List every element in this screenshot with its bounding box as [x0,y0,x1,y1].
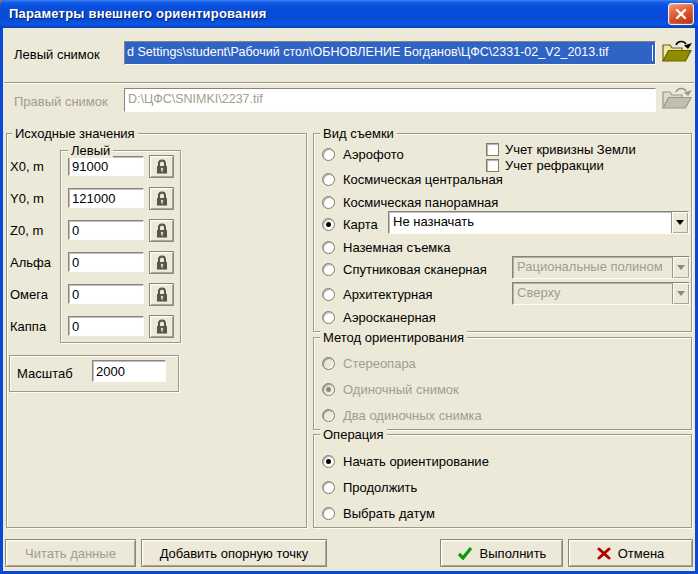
combobox-value: Рациональные полином [513,257,672,278]
kappa-lock-button[interactable] [149,315,174,338]
checkbox-earth-curvature[interactable]: Учет кривизны Земли [486,142,636,156]
radio-label: Два одиночных снимка [343,408,482,423]
radio-icon [322,311,335,324]
radio-architectural[interactable]: Архитектурная [322,287,433,302]
x0-label: X0, m [10,159,44,174]
button-label: Отмена [618,546,665,561]
radio-label: Спутниковая сканерная [343,262,487,277]
combobox-value: Не назначать [389,212,671,233]
read-data-button-disabled: Читать данные [5,539,136,567]
lock-icon [156,159,168,174]
checkbox-icon [486,159,499,172]
radio-aeroscanner[interactable]: Аэросканерная [322,310,436,325]
radio-label: Выбрать датум [343,506,435,521]
z0-lock-button[interactable] [149,219,174,242]
y0-lock-button[interactable] [149,187,174,210]
kappa-label: Каппа [10,319,46,334]
z0-input[interactable] [68,220,144,240]
text-caret [652,45,653,61]
dialog-window: Параметры внешнего ориентирования Левый … [0,0,698,574]
radio-label: Одиночный снимок [343,382,459,397]
radio-label: Космическая центральная [343,172,503,187]
radio-label: Аэросканерная [343,310,436,325]
radio-icon [322,288,335,301]
radio-icon [322,357,335,370]
radio-stereopair-disabled: Стереопара [322,356,416,371]
button-label: Выполнить [480,546,547,561]
left-image-input[interactable]: d Settings\student\Рабочий стол\ОБНОВЛЕН… [124,41,656,65]
chevron-down-icon [671,212,688,233]
group-survey-type-label: Вид съемки [320,126,397,141]
x-icon [597,547,611,560]
lock-icon [156,255,168,270]
radio-single-image-disabled: Одиночный снимок [322,382,459,397]
radio-choose-datum[interactable]: Выбрать датум [322,506,435,521]
radio-continue[interactable]: Продолжить [322,480,417,495]
checkbox-refraction[interactable]: Учет рефракции [486,158,604,172]
radio-icon [322,241,335,254]
y0-label: Y0, m [10,191,44,206]
scale-input[interactable] [92,360,166,382]
add-control-point-button[interactable]: Добавить опорную точку [141,539,327,567]
right-image-input: D:\ЦФС\SNIMKI\2237.tif [124,88,656,112]
y0-input[interactable] [68,188,144,208]
cancel-button[interactable]: Отмена [568,539,693,567]
radio-icon [322,218,335,231]
radio-space-panoramic[interactable]: Космическая панорамная [322,195,498,210]
right-image-label: Правый снимок [14,94,108,109]
radio-satellite-scanner[interactable]: Спутниковая сканерная [322,262,487,277]
radio-label: Аэрофото [343,147,404,162]
architecture-view-combobox-disabled: Сверху [512,282,690,305]
right-image-path: D:\ЦФС\SNIMKI\2237.tif [125,89,655,111]
kappa-input[interactable] [68,316,144,336]
left-image-path: d Settings\student\Рабочий стол\ОБНОВЛЕН… [125,42,655,64]
execute-button[interactable]: Выполнить [440,539,563,567]
x0-input[interactable] [68,156,144,176]
radio-label: Архитектурная [343,287,433,302]
group-operation-label: Операция [320,427,387,442]
radio-label: Продолжить [343,480,417,495]
radio-map[interactable]: Карта [322,217,378,232]
window-title: Параметры внешнего ориентирования [9,6,267,21]
radio-icon [322,173,335,186]
radio-label: Карта [343,217,378,232]
radio-aerophoto[interactable]: Аэрофото [322,147,404,162]
omega-input[interactable] [68,284,144,304]
group-left-inner-label: Левый [68,143,113,158]
group-initial-values-label: Исходные значения [12,126,138,141]
alpha-lock-button[interactable] [149,251,174,274]
alpha-input[interactable] [68,252,144,272]
radio-icon [322,196,335,209]
radio-label: Наземная съемка [343,240,451,255]
lock-icon [156,287,168,302]
radio-start-orientation[interactable]: Начать ориентирование [322,454,489,469]
radio-icon [322,481,335,494]
radio-ground-survey[interactable]: Наземная съемка [322,240,451,255]
x0-lock-button[interactable] [149,155,174,178]
scale-label: Масштаб [17,366,73,381]
chevron-down-icon [672,283,689,304]
browse-right-image-button-disabled [662,85,692,115]
radio-icon [322,383,335,396]
browse-left-image-button[interactable] [662,38,692,68]
checkmark-icon [457,546,473,560]
omega-lock-button[interactable] [149,283,174,306]
map-datum-combobox[interactable]: Не назначать [388,211,689,234]
checkbox-icon [486,143,499,156]
button-label: Читать данные [25,546,116,561]
open-folder-icon [662,38,692,65]
close-button[interactable] [668,3,694,25]
radio-icon [322,148,335,161]
open-folder-disabled-icon [662,85,692,112]
radio-label: Начать ориентирование [343,454,489,469]
omega-label: Омега [10,287,48,302]
combobox-value: Сверху [513,283,672,304]
radio-icon [322,263,335,276]
lock-icon [156,223,168,238]
alpha-label: Альфа [10,255,51,270]
radio-space-central[interactable]: Космическая центральная [322,172,503,187]
lock-icon [156,319,168,334]
checkbox-label: Учет рефракции [505,158,604,173]
chevron-down-icon [672,257,689,278]
radio-two-single-images-disabled: Два одиночных снимка [322,408,482,423]
